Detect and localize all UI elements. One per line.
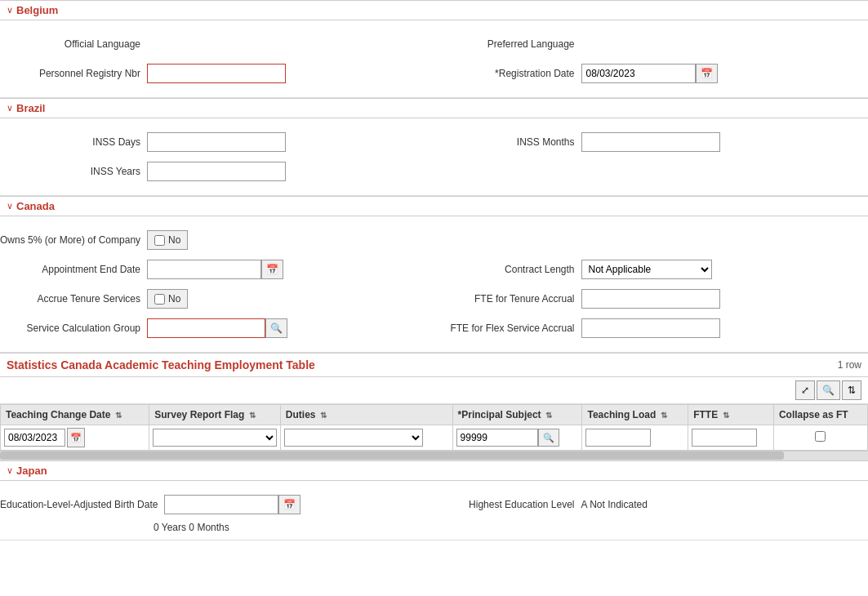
owns5-no-label: No <box>168 234 180 246</box>
accrue-tenure-input-wrap: No <box>147 289 188 309</box>
teaching-load-input[interactable] <box>585 429 651 447</box>
official-language-label: Official Language <box>0 38 147 50</box>
edu-birth-date-calendar-btn[interactable]: 📅 <box>278 495 300 514</box>
brazil-section-header[interactable]: ∨ Brazil <box>0 98 868 118</box>
belgium-registry-row: Personnel Registry Nbr *Registration Dat… <box>0 61 868 86</box>
fte-flex-input[interactable] <box>581 318 720 338</box>
service-calc-input[interactable] <box>147 318 265 338</box>
canada-fte-flex-half: FTE for Flex Service Accrual <box>434 318 869 338</box>
belgium-lang-row: Official Language Preferred Language <box>0 32 868 56</box>
duties-select[interactable] <box>284 429 423 447</box>
fte-tenure-input-wrap <box>581 289 720 309</box>
owns5-input-wrap: No <box>147 230 188 250</box>
canada-title: Canada <box>16 200 55 212</box>
edu-years-months: 0 Years 0 Months <box>0 522 868 533</box>
teaching-date-cell-group: 📅 <box>4 428 145 447</box>
statistics-table-wrap: Teaching Change Date ⇅ Survey Report Fla… <box>0 404 868 451</box>
service-calc-search-btn[interactable]: 🔍 <box>265 318 287 338</box>
belgium-registry-half: Personnel Registry Nbr <box>0 64 434 83</box>
accrue-tenure-checkbox[interactable] <box>154 294 165 305</box>
owns5-label: Owns 5% (or More) of Company <box>0 234 147 246</box>
statistics-title: Statistics Canada Academic Teaching Empl… <box>7 358 315 371</box>
registration-date-group: 📅 <box>581 64 718 83</box>
search-table-btn[interactable]: 🔍 <box>817 380 840 400</box>
table-row: 📅 <box>1 425 868 451</box>
sort-table-btn[interactable]: ⇅ <box>842 380 861 400</box>
service-calc-group: 🔍 <box>147 318 287 338</box>
inss-years-label: INSS Years <box>0 166 147 177</box>
fullscreen-btn[interactable]: ⤢ <box>795 380 815 400</box>
statistics-table-header-row: Teaching Change Date ⇅ Survey Report Fla… <box>1 405 868 425</box>
japan-chevron: ∨ <box>7 465 13 476</box>
edu-birth-date-input[interactable] <box>164 495 278 514</box>
fte-tenure-input[interactable] <box>581 289 720 309</box>
sort-teaching-load-icon[interactable]: ⇅ <box>661 411 667 420</box>
cell-duties <box>280 425 452 451</box>
cell-collapse-as-ft <box>773 425 867 451</box>
fte-flex-label: FTE for Flex Service Accrual <box>434 322 581 334</box>
registration-date-label: *Registration Date <box>434 68 581 79</box>
brazil-body: INSS Days INSS Months INSS Years <box>0 118 868 196</box>
accrue-tenure-no-label: No <box>168 293 180 305</box>
statistics-table-head: Teaching Change Date ⇅ Survey Report Fla… <box>1 405 868 425</box>
contract-length-label: Contract Length <box>434 264 581 275</box>
principal-subject-input[interactable] <box>456 429 538 447</box>
contract-length-select[interactable]: Not Applicable Fixed Term Indefinite <box>581 260 712 279</box>
japan-edu-row: Education-Level-Adjusted Birth Date 📅 Hi… <box>0 492 868 517</box>
belgium-chevron: ∨ <box>7 5 13 16</box>
japan-section-header[interactable]: ∨ Japan <box>0 460 868 481</box>
brazil-inss-months-half: INSS Months <box>434 132 869 152</box>
main-page: ∨ Belgium Official Language Preferred La… <box>0 0 868 596</box>
sort-duties-icon[interactable]: ⇅ <box>320 411 327 420</box>
registration-date-input[interactable] <box>581 64 696 83</box>
highest-edu-label: Highest Education Level <box>434 499 581 510</box>
inss-months-label: INSS Months <box>434 136 581 148</box>
survey-report-flag-select[interactable] <box>153 429 277 447</box>
appt-end-date-calendar-btn[interactable]: 📅 <box>261 260 283 279</box>
edu-birth-date-label: Education-Level-Adjusted Birth Date <box>0 499 164 510</box>
registration-date-calendar-btn[interactable]: 📅 <box>696 64 718 83</box>
statistics-row-count: 1 row <box>838 359 861 371</box>
sort-teaching-date-icon[interactable]: ⇅ <box>115 411 122 420</box>
belgium-body: Official Language Preferred Language Per… <box>0 20 868 98</box>
canada-section-header[interactable]: ∨ Canada <box>0 196 868 216</box>
sort-ftte-icon[interactable]: ⇅ <box>723 411 729 420</box>
brazil-chevron: ∨ <box>7 103 13 113</box>
personnel-registry-input[interactable] <box>147 64 286 83</box>
accrue-tenure-checkbox-label[interactable]: No <box>147 289 188 309</box>
canada-appt-half: Appointment End Date 📅 <box>0 260 434 279</box>
inss-years-input[interactable] <box>147 162 286 181</box>
sort-survey-flag-icon[interactable]: ⇅ <box>249 411 256 420</box>
col-collapse-as-ft: Collapse as FT <box>773 405 867 425</box>
brazil-inss-row2: INSS Years <box>0 159 868 184</box>
table-scrollbar[interactable] <box>0 451 868 460</box>
canada-accrue-half: Accrue Tenure Services No <box>0 289 434 309</box>
statistics-table: Teaching Change Date ⇅ Survey Report Fla… <box>0 404 868 451</box>
inss-months-input[interactable] <box>581 132 720 152</box>
cell-teaching-change-date: 📅 <box>1 425 149 451</box>
teaching-date-calendar-btn[interactable]: 📅 <box>67 428 85 447</box>
belgium-official-lang-half: Official Language <box>0 38 434 50</box>
brazil-inss-row1: INSS Days INSS Months <box>0 130 868 154</box>
sort-principal-subject-icon[interactable]: ⇅ <box>545 411 552 420</box>
col-survey-report-flag: Survey Report Flag ⇅ <box>149 405 281 425</box>
statistics-toolbar: ⤢ 🔍 ⇅ <box>0 377 868 404</box>
teaching-change-date-input[interactable] <box>4 429 65 447</box>
ftte-input[interactable] <box>692 429 757 447</box>
inss-days-input[interactable] <box>147 132 286 152</box>
collapse-as-ft-checkbox[interactable] <box>815 431 826 442</box>
accrue-tenure-label: Accrue Tenure Services <box>0 293 147 305</box>
principal-subject-search-btn[interactable]: 🔍 <box>538 429 559 447</box>
owns5-checkbox-label[interactable]: No <box>147 230 188 250</box>
owns5-checkbox[interactable] <box>154 235 165 246</box>
inss-days-label: INSS Days <box>0 136 147 148</box>
brazil-inss-days-half: INSS Days <box>0 132 434 152</box>
service-calc-label: Service Calculation Group <box>0 322 147 334</box>
canada-tenure-row: Accrue Tenure Services No FTE for Tenure… <box>0 287 868 311</box>
belgium-section-header[interactable]: ∨ Belgium <box>0 0 868 20</box>
inss-days-input-wrap <box>147 132 286 152</box>
canada-owns5-half: Owns 5% (or More) of Company No <box>0 230 434 250</box>
brazil-title: Brazil <box>16 102 45 114</box>
cell-ftte <box>688 425 774 451</box>
appt-end-date-input[interactable] <box>147 260 261 279</box>
